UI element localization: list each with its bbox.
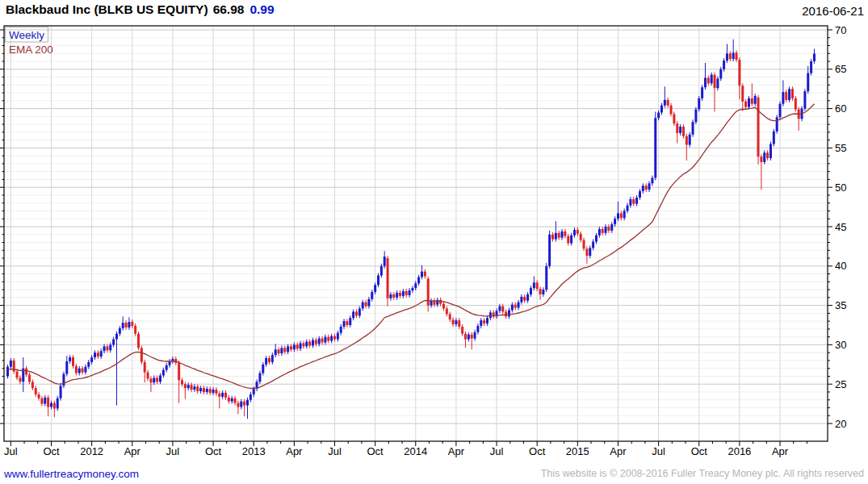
svg-text:2012: 2012 xyxy=(80,445,103,457)
svg-text:Apr: Apr xyxy=(610,445,627,457)
svg-text:2014: 2014 xyxy=(404,445,427,457)
svg-text:Oct: Oct xyxy=(367,445,384,457)
svg-text:45: 45 xyxy=(835,221,846,233)
axes xyxy=(0,26,832,446)
candlestick-series[interactable] xyxy=(6,40,816,419)
svg-text:40: 40 xyxy=(835,260,846,272)
svg-text:Apr: Apr xyxy=(772,445,789,457)
price-chart: 2025303540455055606570 JulOct2012AprJulO… xyxy=(0,0,868,484)
svg-text:2013: 2013 xyxy=(242,445,266,457)
ema-line xyxy=(8,104,815,389)
svg-text:55: 55 xyxy=(835,142,846,154)
svg-text:Oct: Oct xyxy=(43,445,60,457)
chart-viewer: Blackbaud Inc (BLKB US EQUITY)66.980.99 … xyxy=(0,0,868,484)
svg-text:2016: 2016 xyxy=(728,445,751,457)
svg-text:35: 35 xyxy=(835,299,846,311)
gridlines xyxy=(4,26,828,441)
legend: Weekly EMA 200 xyxy=(6,27,53,56)
legend-ema-label[interactable]: EMA 200 xyxy=(9,44,53,56)
svg-text:65: 65 xyxy=(835,63,846,75)
svg-text:70: 70 xyxy=(835,24,846,36)
svg-text:Apr: Apr xyxy=(124,445,141,457)
svg-text:Apr: Apr xyxy=(286,445,303,457)
copyright-text: This website is © 2008-2016 Fuller Treac… xyxy=(541,468,864,479)
svg-text:Jul: Jul xyxy=(328,445,342,457)
svg-text:50: 50 xyxy=(835,182,846,194)
svg-text:Jul: Jul xyxy=(166,445,180,457)
svg-text:Jul: Jul xyxy=(490,445,504,457)
svg-text:2015: 2015 xyxy=(566,445,589,457)
site-link[interactable]: www.fullertreacymoney.com xyxy=(4,468,139,480)
svg-text:Jul: Jul xyxy=(652,445,665,457)
svg-text:Oct: Oct xyxy=(691,445,708,457)
svg-text:60: 60 xyxy=(835,102,846,115)
legend-interval-label[interactable]: Weekly xyxy=(9,29,44,41)
svg-text:20: 20 xyxy=(835,418,846,430)
svg-text:Jul: Jul xyxy=(4,445,18,457)
x-axis-labels: JulOct2012AprJulOct2013AprJulOct2014AprJ… xyxy=(4,445,789,457)
svg-text:30: 30 xyxy=(835,339,846,351)
svg-text:Apr: Apr xyxy=(448,445,465,457)
y-axis-labels: 2025303540455055606570 xyxy=(835,24,846,430)
svg-text:Oct: Oct xyxy=(529,445,546,457)
svg-text:Oct: Oct xyxy=(205,445,222,457)
svg-text:25: 25 xyxy=(835,378,846,390)
